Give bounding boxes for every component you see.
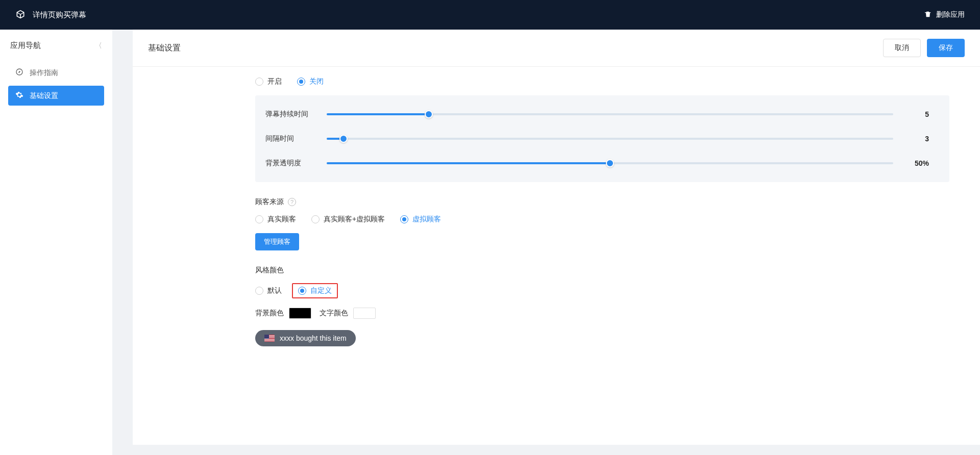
fg-color-swatch[interactable] <box>353 308 376 319</box>
topbar: 详情页购买弹幕 删除应用 <box>0 0 980 30</box>
topbar-left: 详情页购买弹幕 <box>15 9 86 21</box>
sidebar-item-label: 基础设置 <box>30 91 58 100</box>
slider-label: 弹幕持续时间 <box>265 110 322 119</box>
slider-thumb[interactable] <box>606 159 614 167</box>
slider-interval: 间隔时间 3 <box>265 134 929 143</box>
slider-panel: 弹幕持续时间 5 间隔时间 <box>255 95 949 182</box>
sidebar-item-label: 操作指南 <box>30 68 58 78</box>
radio-label: 开启 <box>267 77 282 86</box>
opacity-slider[interactable] <box>327 162 893 164</box>
sidebar-title: 应用导航 <box>10 41 41 50</box>
radio-label: 真实顾客+虚拟顾客 <box>324 215 385 224</box>
section-label-text: 风格颜色 <box>255 266 284 275</box>
bg-color-swatch[interactable] <box>289 308 311 319</box>
swatch-row: 背景颜色 文字颜色 <box>255 308 949 319</box>
style-section: 风格颜色 默认 自定义 <box>255 266 949 346</box>
style-label: 风格颜色 <box>255 266 949 275</box>
preview-text: xxxx bought this item <box>280 334 347 342</box>
cube-icon <box>15 9 26 21</box>
delete-app-label: 删除应用 <box>936 10 965 19</box>
card-actions: 取消 保存 <box>883 39 965 57</box>
radio-dot-icon <box>400 215 408 223</box>
card-header: 基础设置 取消 保存 <box>133 30 980 67</box>
radio-label: 自定义 <box>310 286 332 295</box>
form-body: 开启 关闭 弹幕持续时间 <box>133 67 980 377</box>
slider-opacity: 背景透明度 50% <box>265 159 929 168</box>
radio-label: 默认 <box>267 286 282 295</box>
slider-thumb[interactable] <box>425 110 433 118</box>
radio-label: 真实顾客 <box>267 215 296 224</box>
sidebar: 应用导航 〈 操作指南 基础设置 <box>0 30 112 455</box>
style-radio-group: 默认 自定义 <box>255 283 949 298</box>
manage-customers-button[interactable]: 管理顾客 <box>255 233 299 250</box>
slider-fill <box>327 113 429 115</box>
radio-enable-off[interactable]: 关闭 <box>297 77 324 86</box>
slider-label: 间隔时间 <box>265 134 322 143</box>
settings-card: 基础设置 取消 保存 开启 关闭 <box>133 30 980 445</box>
sidebar-item-guide[interactable]: 操作指南 <box>8 63 104 83</box>
radio-dot-icon <box>311 215 320 223</box>
radio-customer-real-virtual[interactable]: 真实顾客+虚拟顾客 <box>311 215 385 224</box>
radio-customer-real[interactable]: 真实顾客 <box>255 215 296 224</box>
radio-style-custom[interactable]: 自定义 <box>298 286 332 295</box>
radio-customer-virtual[interactable]: 虚拟顾客 <box>400 215 441 224</box>
bg-color-group: 背景颜色 <box>255 308 311 319</box>
radio-dot-icon <box>255 287 263 295</box>
save-button[interactable]: 保存 <box>927 39 965 57</box>
help-icon[interactable]: ? <box>288 198 296 206</box>
slider-value: 5 <box>898 110 929 118</box>
sidebar-collapse-button[interactable]: 〈 <box>95 41 102 50</box>
delete-app-button[interactable]: 删除应用 <box>924 10 965 20</box>
bg-color-label: 背景颜色 <box>255 309 284 318</box>
slider-thumb[interactable] <box>339 135 348 143</box>
fg-color-group: 文字颜色 <box>320 308 376 319</box>
customer-source-radio-group: 真实顾客 真实顾客+虚拟顾客 虚拟顾客 <box>255 215 949 224</box>
customer-source-label: 顾客来源 ? <box>255 197 949 207</box>
duration-slider[interactable] <box>327 113 893 115</box>
radio-label: 关闭 <box>309 77 324 86</box>
preview-pill: xxxx bought this item <box>255 330 356 346</box>
radio-label: 虚拟顾客 <box>412 215 441 224</box>
app-title: 详情页购买弹幕 <box>33 10 86 20</box>
enable-radio-group: 开启 关闭 <box>255 77 949 86</box>
fg-color-label: 文字颜色 <box>320 309 348 318</box>
sidebar-header: 应用导航 〈 <box>8 38 104 54</box>
slider-duration: 弹幕持续时间 5 <box>265 110 929 119</box>
radio-dot-icon <box>255 78 263 86</box>
slider-value: 3 <box>898 135 929 143</box>
compass-icon <box>15 68 23 78</box>
cancel-button[interactable]: 取消 <box>883 39 921 57</box>
section-label-text: 顾客来源 <box>255 197 284 207</box>
us-flag-icon <box>264 335 275 342</box>
radio-enable-on[interactable]: 开启 <box>255 77 282 86</box>
radio-dot-icon <box>298 287 306 295</box>
sidebar-item-basic-settings[interactable]: 基础设置 <box>8 86 104 106</box>
highlight-box: 自定义 <box>292 283 338 298</box>
radio-dot-icon <box>297 78 305 86</box>
slider-label: 背景透明度 <box>265 159 322 168</box>
slider-value: 50% <box>898 159 929 167</box>
slider-fill <box>327 162 610 164</box>
main: 基础设置 取消 保存 开启 关闭 <box>112 30 980 455</box>
radio-dot-icon <box>255 215 263 223</box>
gear-icon <box>15 91 23 100</box>
page-title: 基础设置 <box>148 43 181 54</box>
radio-style-default[interactable]: 默认 <box>255 286 282 295</box>
interval-slider[interactable] <box>327 138 893 140</box>
trash-icon <box>924 10 932 20</box>
